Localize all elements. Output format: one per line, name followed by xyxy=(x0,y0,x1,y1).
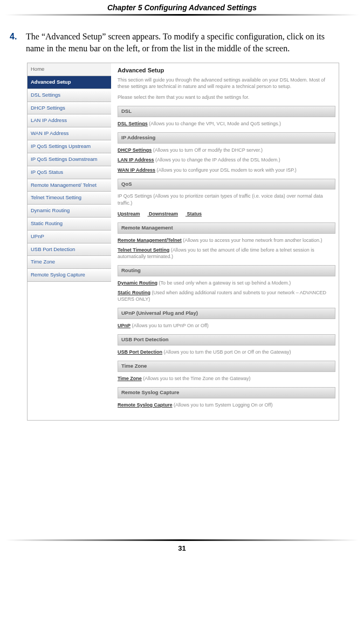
syslog-line: Remote Syslog Capture (Allows you to tur… xyxy=(118,402,335,408)
sidebar-item-qos-up[interactable]: IP QoS Settings Upstream xyxy=(28,140,111,153)
usb-line: USB Port Detection (Allows you to turn t… xyxy=(118,349,335,355)
qos-upstream-link[interactable]: Upstream xyxy=(118,211,140,216)
section-head-routing: Routing xyxy=(118,265,335,276)
remote-mgmt-link[interactable]: Remote Management/Telnet xyxy=(118,238,182,243)
main-title: Advanced Setup xyxy=(118,66,335,75)
chapter-number: Chapter 5 xyxy=(107,3,144,12)
qos-desc: IP QoS Settings (Allows you to prioritiz… xyxy=(118,193,335,206)
section-head-remote: Remote Management xyxy=(118,222,335,234)
dynamic-routing-line: Dynamic Routing (To be used only when a … xyxy=(118,280,335,286)
sidebar-item-time-zone[interactable]: Time Zone xyxy=(28,256,111,269)
upnp-link[interactable]: UPnP xyxy=(118,323,131,328)
dhcp-desc: (Allows you to turn Off or modify the DH… xyxy=(152,147,263,153)
page-number: 31 xyxy=(0,541,364,559)
sidebar-item-upnp[interactable]: UPnP xyxy=(28,231,111,243)
sidebar-item-static-routing[interactable]: Static Routing xyxy=(28,218,111,231)
usb-link[interactable]: USB Port Detection xyxy=(118,349,162,355)
section-head-tz: Time Zone xyxy=(118,361,335,372)
dsl-settings-desc: (Allows you to change the VPI, VCI, Mode… xyxy=(148,121,281,126)
sidebar-item-telnet-timeout[interactable]: Telnet Timeout Setting xyxy=(28,192,111,205)
section-head-ip: IP Addressing xyxy=(118,132,335,144)
sidebar-item-advanced-setup[interactable]: Advanced Setup xyxy=(28,76,111,89)
screenshot-figure: Home Advanced Setup DSL Settings DHCP Se… xyxy=(27,63,339,421)
remote-mgmt-line: Remote Management/Telnet (Allows you to … xyxy=(118,237,335,243)
dsl-settings-link[interactable]: DSL Settings xyxy=(118,121,148,126)
dhcp-link[interactable]: DHCP Settings xyxy=(118,147,152,153)
static-routing-link[interactable]: Static Routing xyxy=(118,290,150,295)
main-panel: Advanced Setup This section will guide y… xyxy=(111,63,339,420)
remote-mgmt-desc: (Allows you to access your home network … xyxy=(182,238,322,243)
lan-link[interactable]: LAN IP Address xyxy=(118,157,154,163)
sidebar: Home Advanced Setup DSL Settings DHCP Se… xyxy=(28,63,111,420)
page-header: Chapter 5 Configuring Advanced Settings xyxy=(0,0,364,14)
usb-desc: (Allows you to turn the USB port On or O… xyxy=(162,349,291,355)
tz-line: Time Zone (Allows you to set the Time Zo… xyxy=(118,375,335,382)
qos-downstream-link[interactable]: Downstream xyxy=(149,211,178,216)
telnet-timeout-link[interactable]: Telnet Timeout Setting xyxy=(118,247,169,253)
dynamic-routing-link[interactable]: Dynamic Routing xyxy=(118,280,157,286)
syslog-desc: (Allows you to turn System Logging On or… xyxy=(173,402,273,408)
lan-desc: (Allows you to change the IP Address of … xyxy=(154,157,280,163)
body-content: 4. The “Advanced Setup” screen appears. … xyxy=(0,16,364,421)
upnp-line: UPnP (Allows you to turn UPnP On or Off) xyxy=(118,322,335,329)
wan-link[interactable]: WAN IP Address xyxy=(118,167,155,173)
sidebar-item-usb[interactable]: USB Port Detection xyxy=(28,243,111,256)
sidebar-item-qos-status[interactable]: IP QoS Status xyxy=(28,166,111,179)
chapter-title: Configuring Advanced Settings xyxy=(144,3,257,12)
sidebar-item-lan-ip[interactable]: LAN IP Address xyxy=(28,114,111,127)
wan-desc: (Allows you to configure your DSL modem … xyxy=(155,167,297,173)
sidebar-item-qos-down[interactable]: IP QoS Settings Downstream xyxy=(28,153,111,166)
tz-link[interactable]: Time Zone xyxy=(118,376,142,381)
sidebar-item-home[interactable]: Home xyxy=(28,63,111,76)
upnp-desc: (Allows you to turn UPnP On or Off) xyxy=(131,323,209,328)
main-intro-1: This section will guide you through the … xyxy=(118,77,335,90)
section-head-upnp: UPnP (Universal Plug and Play) xyxy=(118,308,335,319)
static-routing-line: Static Routing (Used when adding additio… xyxy=(118,289,335,302)
section-head-usb: USB Port Detection xyxy=(118,334,335,346)
qos-links: Upstream Downstream Status xyxy=(118,211,335,217)
main-intro-2: Please select the item that you want to … xyxy=(118,94,335,100)
dynamic-routing-desc: (To be used only when a gateway is set u… xyxy=(157,280,291,286)
tz-desc: (Allows you to set the Time Zone on the … xyxy=(142,376,251,381)
wan-line: WAN IP Address (Allows you to configure … xyxy=(118,167,335,173)
footer-blank xyxy=(0,421,364,539)
dhcp-line: DHCP Settings (Allows you to turn Off or… xyxy=(118,147,335,153)
sidebar-item-dhcp-settings[interactable]: DHCP Settings xyxy=(28,102,111,115)
qos-status-link[interactable]: Status xyxy=(187,211,202,216)
dsl-settings-line: DSL Settings (Allows you to change the V… xyxy=(118,120,335,127)
step-row: 4. The “Advanced Setup” screen appears. … xyxy=(10,31,345,54)
sidebar-item-wan-ip[interactable]: WAN IP Address xyxy=(28,127,111,140)
telnet-timeout-line: Telnet Timeout Setting (Allows you to se… xyxy=(118,247,335,260)
syslog-link[interactable]: Remote Syslog Capture xyxy=(118,402,173,408)
sidebar-item-dynamic-routing[interactable]: Dynamic Routing xyxy=(28,205,111,218)
sidebar-item-syslog[interactable]: Remote Syslog Capture xyxy=(28,269,111,282)
section-head-dsl: DSL xyxy=(118,106,335,117)
sidebar-item-dsl-settings[interactable]: DSL Settings xyxy=(28,89,111,102)
section-head-qos: QoS xyxy=(118,179,335,190)
section-head-syslog: Remote Syslog Capture xyxy=(118,387,335,398)
step-number: 4. xyxy=(10,31,26,54)
lan-line: LAN IP Address (Allows you to change the… xyxy=(118,157,335,163)
step-text: The “Advanced Setup” screen appears. To … xyxy=(26,31,345,54)
sidebar-item-remote-mgmt[interactable]: Remote Management/ Telnet xyxy=(28,179,111,192)
